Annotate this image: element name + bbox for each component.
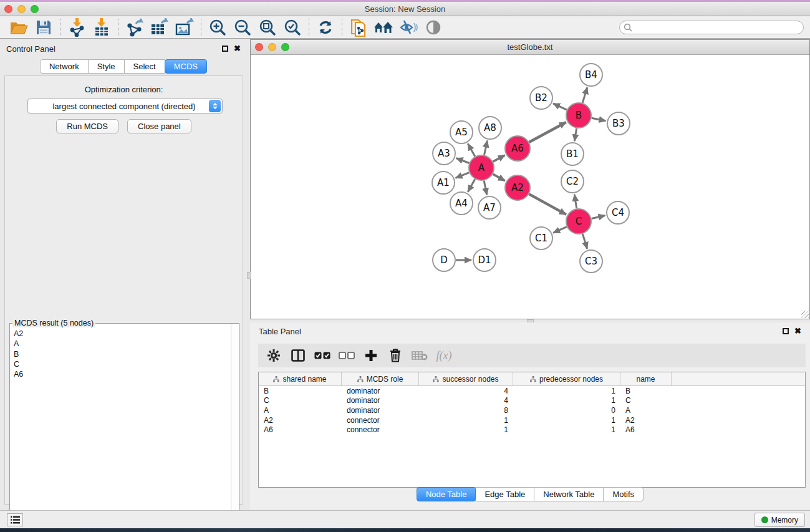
hide-graphics-details-button[interactable] (396, 17, 421, 37)
add-column-button[interactable] (362, 346, 380, 365)
open-session-button[interactable] (6, 17, 31, 37)
home-button[interactable] (371, 17, 396, 37)
graph-node-C[interactable]: C (566, 209, 591, 234)
table-row[interactable]: A2connector11A2 (259, 415, 805, 425)
window-resize-grip[interactable] (801, 311, 809, 318)
clone-network-button[interactable] (346, 17, 371, 37)
column-header-name[interactable]: name (620, 372, 672, 385)
graph-node-A4[interactable]: A4 (450, 192, 473, 215)
graph-edge-A-A8[interactable] (484, 141, 487, 155)
graph-node-C4[interactable]: C4 (607, 201, 629, 224)
graph-node-B[interactable]: B (566, 103, 591, 128)
mcds-result-item[interactable]: A (14, 339, 236, 349)
import-network-button[interactable] (64, 17, 89, 37)
delete-column-button[interactable] (386, 346, 405, 365)
column-header-shared-name[interactable]: shared name (259, 372, 342, 385)
graph-edge-A-A5[interactable] (468, 143, 475, 156)
close-panel-button[interactable]: Close panel (127, 119, 191, 133)
graph-edge-B-B4[interactable] (582, 87, 587, 103)
vertical-split-grip[interactable] (247, 272, 251, 279)
graph-node-A8[interactable]: A8 (479, 117, 501, 139)
tab-node-table[interactable]: Node Table (417, 487, 476, 501)
zoom-fit-button[interactable] (255, 17, 280, 37)
graph-node-A5[interactable]: A5 (450, 121, 473, 143)
export-image-button[interactable] (172, 17, 197, 37)
run-mcds-button[interactable]: Run MCDS (56, 119, 118, 133)
tab-network[interactable]: Network (40, 59, 89, 74)
graph-edge-A-A4[interactable] (468, 179, 475, 191)
graph-node-A2[interactable]: A2 (505, 175, 530, 200)
tab-motifs[interactable]: Motifs (603, 487, 644, 501)
close-table-panel-icon[interactable]: ✖ (794, 328, 801, 334)
column-header-successor-nodes[interactable]: successor nodes (419, 372, 513, 385)
network-window-titlebar[interactable]: testGlobe.txt (251, 40, 809, 55)
tab-select[interactable]: Select (124, 59, 165, 74)
export-network-button[interactable] (122, 17, 147, 37)
delete-table-button[interactable] (410, 346, 429, 365)
graph-edge-B-B1[interactable] (574, 128, 576, 142)
graph-edge-B-B3[interactable] (592, 118, 606, 121)
graph-edge-A2-C[interactable] (529, 194, 566, 215)
mcds-result-item[interactable]: A6 (14, 369, 236, 379)
tab-network-table[interactable]: Network Table (534, 487, 604, 501)
mcds-result-item[interactable]: A2 (14, 329, 236, 339)
float-table-panel-icon[interactable] (783, 328, 789, 334)
graph-edge-A-A6[interactable] (493, 155, 505, 162)
search-input[interactable] (632, 23, 803, 32)
optimization-criterion-select[interactable]: largest connected component (directed) (27, 99, 223, 114)
graph-edge-A-A1[interactable] (456, 173, 470, 178)
memory-button[interactable]: Memory (755, 513, 805, 527)
import-table-button[interactable] (89, 17, 114, 37)
save-session-button[interactable] (31, 17, 56, 37)
graph-node-D1[interactable]: D1 (473, 249, 496, 271)
graph-node-B4[interactable]: B4 (580, 64, 602, 86)
refresh-button[interactable] (313, 17, 338, 37)
close-panel-icon[interactable]: ✖ (234, 46, 241, 52)
table-row[interactable]: Adominator80A (259, 405, 805, 415)
mcds-result-item[interactable]: B (14, 349, 236, 359)
graph-node-D[interactable]: D (433, 249, 455, 271)
graph-node-A6[interactable]: A6 (505, 136, 530, 161)
graph-node-C3[interactable]: C3 (580, 250, 602, 273)
select-all-checkboxes-button[interactable] (313, 346, 332, 365)
network-canvas[interactable]: B4B2BB3A8A5A6B1A3AC2A1A2A4A7C4CC1C3DD1 (251, 55, 809, 319)
function-builder-button[interactable]: f(x) (435, 346, 453, 365)
float-panel-icon[interactable] (222, 46, 228, 52)
graph-node-B2[interactable]: B2 (530, 87, 552, 109)
graph-edge-B-B2[interactable] (553, 104, 567, 110)
task-history-button[interactable] (7, 513, 23, 526)
result-scrollbar[interactable] (231, 324, 239, 532)
graph-edge-A6-B[interactable] (529, 122, 566, 142)
graph-edge-C-C3[interactable] (582, 234, 587, 249)
graph-edge-A-A3[interactable] (456, 158, 470, 163)
graph-edge-A-A7[interactable] (484, 181, 487, 195)
mcds-result-item[interactable]: C (14, 359, 236, 369)
graph-node-A3[interactable]: A3 (433, 142, 455, 165)
column-panel-button[interactable] (289, 346, 307, 365)
column-header-mcds-role[interactable]: MCDS role (342, 372, 419, 385)
export-table-button[interactable] (147, 17, 172, 37)
zoom-selected-button[interactable] (280, 17, 305, 37)
graph-node-B3[interactable]: B3 (607, 112, 630, 135)
graph-edge-A-A2[interactable] (493, 174, 504, 181)
search-box[interactable] (619, 21, 804, 34)
tab-edge-table[interactable]: Edge Table (475, 487, 534, 501)
deselect-all-checkboxes-button[interactable] (337, 346, 356, 365)
table-settings-button[interactable] (264, 346, 283, 365)
table-row[interactable]: Cdominator41C (259, 396, 805, 406)
zoom-in-button[interactable] (205, 17, 230, 37)
graph-node-A7[interactable]: A7 (478, 196, 501, 219)
graph-edge-C-C1[interactable] (553, 227, 567, 233)
graph-node-B1[interactable]: B1 (561, 143, 584, 165)
show-graphics-details-button[interactable] (421, 17, 446, 37)
graph-node-C1[interactable]: C1 (530, 227, 552, 249)
tab-style[interactable]: Style (88, 59, 125, 74)
graph-edge-C-C4[interactable] (591, 216, 605, 219)
tab-mcds[interactable]: MCDS (165, 59, 207, 74)
graph-node-A1[interactable]: A1 (432, 172, 455, 194)
graph-node-A[interactable]: A (469, 155, 494, 180)
graph-edge-C-C2[interactable] (574, 195, 577, 209)
zoom-out-button[interactable] (230, 17, 255, 37)
graph-node-C2[interactable]: C2 (561, 170, 584, 193)
table-row[interactable]: Bdominator41B (259, 386, 805, 396)
